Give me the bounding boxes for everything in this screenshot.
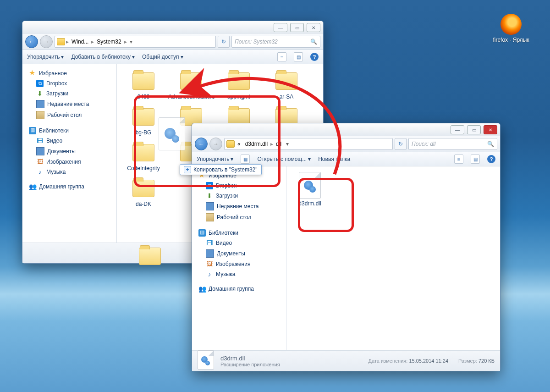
- minimize-button[interactable]: —: [451, 125, 464, 134]
- refresh-button[interactable]: ↻: [218, 36, 230, 48]
- navigation-pane: ★Избранное ⧉Dropbox ⬇Загрузки Недавние м…: [192, 166, 286, 350]
- help-icon[interactable]: ?: [310, 53, 319, 61]
- dll-file-icon: [198, 350, 214, 370]
- sidebar-homegroup[interactable]: 👥Домашняя группа: [22, 182, 116, 192]
- open-with-menu[interactable]: Открыть с помощ... ▾: [257, 156, 311, 162]
- openwith-icon: ▦: [241, 155, 250, 164]
- desktop: firefox - Ярлык — ▭ ✕ ← → ▸ Wind... ▸ Sy…: [0, 0, 550, 392]
- folder-icon: [177, 70, 205, 92]
- folder-label: AdvancedInstallers: [168, 94, 214, 100]
- folder-icon: [225, 70, 253, 92]
- folder-label: ar-SA: [280, 94, 294, 100]
- organize-menu[interactable]: Упорядочить ▾: [197, 156, 233, 162]
- folder-label: bg-BG: [136, 129, 152, 136]
- close-button[interactable]: ✕: [307, 23, 320, 32]
- folder-item[interactable]: ar-SA: [264, 68, 309, 102]
- folder-icon: [130, 177, 157, 199]
- sidebar-item-recent[interactable]: Недавние места: [22, 99, 116, 110]
- organize-menu[interactable]: Упорядочить ▾: [27, 54, 64, 60]
- folder-icon: [226, 140, 235, 148]
- folder-label: da-DK: [136, 201, 151, 207]
- explorer-window-dll: — ▭ ✕ ← → « d3drm.dll ▸ dll ▾ ↻ Поиск: d…: [192, 123, 500, 371]
- search-icon: 🔍: [310, 39, 317, 45]
- search-input[interactable]: Поиск: dll 🔍: [408, 138, 497, 150]
- add-to-library-menu[interactable]: Добавить в библиотеку ▾: [71, 54, 135, 60]
- chevron-down-icon[interactable]: ▾: [128, 39, 134, 45]
- sidebar-libraries[interactable]: ▥Библиотеки: [22, 124, 116, 136]
- file-list[interactable]: d3drm.dll: [286, 166, 500, 350]
- new-folder-button[interactable]: Новая папка: [318, 156, 350, 162]
- sidebar-item-music[interactable]: ♪Музыка: [22, 167, 116, 177]
- folder-item[interactable]: AdvancedInstallers: [168, 68, 214, 102]
- details-filename: d3drm.dll: [220, 355, 280, 362]
- sidebar-item-pictures[interactable]: 🖼Изображения: [192, 259, 286, 269]
- folder-icon: [273, 70, 300, 92]
- plus-icon: +: [184, 166, 191, 173]
- address-bar: ← → ▸ Wind... ▸ System32 ▸ ▾ ↻ Поиск: Sy…: [22, 34, 323, 50]
- breadcrumb[interactable]: « d3drm.dll ▸ dll ▾: [224, 138, 393, 150]
- sidebar-item-dropbox[interactable]: ⧉Dropbox: [22, 78, 116, 88]
- sidebar-item-music[interactable]: ♪Музыка: [192, 269, 286, 279]
- copy-tooltip-label: Копировать в "System32": [193, 166, 258, 173]
- drag-ghost-icon: [151, 117, 192, 163]
- folder-label: appmgmt: [227, 94, 250, 100]
- sidebar-libraries[interactable]: ▥Библиотеки: [192, 226, 286, 238]
- view-options-button[interactable]: ≡: [454, 155, 463, 164]
- file-d3drm-dll[interactable]: d3drm.dll: [290, 170, 330, 209]
- sidebar-item-video[interactable]: 🎞Видео: [192, 238, 286, 248]
- sidebar-item-documents[interactable]: Документы: [192, 248, 286, 259]
- details-filetype: Расширение приложения: [220, 362, 280, 367]
- titlebar[interactable]: — ▭ ✕: [22, 21, 323, 34]
- folder-label: 0409: [138, 94, 150, 100]
- sidebar-item-downloads[interactable]: ⬇Загрузки: [192, 191, 286, 201]
- nav-back-button[interactable]: ←: [25, 35, 38, 48]
- drag-copy-tooltip: + Копировать в "System32": [180, 164, 262, 175]
- sidebar-item-desktop[interactable]: Рабочий стол: [192, 212, 286, 223]
- search-input[interactable]: Поиск: System32 🔍: [231, 36, 320, 48]
- nav-forward-button[interactable]: →: [40, 35, 53, 48]
- sidebar-item-video[interactable]: 🎞Видео: [22, 136, 116, 146]
- maximize-button[interactable]: ▭: [467, 125, 481, 134]
- sidebar-item-recent[interactable]: Недавние места: [192, 201, 286, 212]
- nav-forward-button[interactable]: →: [209, 138, 222, 150]
- sidebar-item-dropbox[interactable]: ⧉Dropbox: [192, 181, 286, 191]
- close-button[interactable]: ✕: [484, 125, 497, 134]
- breadcrumb[interactable]: ▸ Wind... ▸ System32 ▸ ▾: [55, 36, 216, 48]
- nav-back-button[interactable]: ←: [195, 138, 208, 150]
- sidebar-item-desktop[interactable]: Рабочий стол: [22, 110, 116, 121]
- sidebar-homegroup[interactable]: 👥Домашняя группа: [192, 284, 286, 294]
- folder-icon: [57, 38, 65, 45]
- minimize-button[interactable]: —: [274, 23, 287, 32]
- view-options-button[interactable]: ≡: [277, 52, 286, 61]
- sidebar-favorites[interactable]: ★Избранное: [22, 67, 116, 78]
- share-menu[interactable]: Общий доступ ▾: [142, 54, 183, 60]
- toolbar: Упорядочить ▾ Добавить в библиотеку ▾ Об…: [22, 50, 323, 64]
- maximize-button[interactable]: ▭: [290, 23, 304, 32]
- dll-file-icon: [299, 172, 321, 199]
- preview-pane-button[interactable]: ▤: [294, 52, 303, 61]
- folder-item[interactable]: 0409: [121, 68, 166, 102]
- sidebar-item-downloads[interactable]: ⬇Загрузки: [22, 88, 116, 99]
- search-icon: 🔍: [487, 141, 494, 147]
- details-pane: d3drm.dll Расширение приложения Дата изм…: [192, 350, 500, 371]
- shortcut-label: firefox - Ярлык: [493, 37, 529, 43]
- chevron-down-icon[interactable]: ▾: [284, 141, 291, 147]
- titlebar[interactable]: — ▭ ✕: [192, 123, 500, 136]
- preview-pane-button[interactable]: ▤: [471, 155, 480, 164]
- folder-label: CodeIntegrity: [127, 165, 160, 171]
- file-label: d3drm.dll: [298, 200, 321, 207]
- folder-icon: [136, 245, 154, 259]
- folder-item[interactable]: appmgmt: [216, 68, 262, 102]
- desktop-shortcut-firefox[interactable]: firefox - Ярлык: [490, 14, 532, 43]
- details-meta: Дата изменения: 15.05.2014 11:24 Размер:…: [368, 358, 495, 364]
- folder-item[interactable]: da-DK: [121, 175, 166, 209]
- help-icon[interactable]: ?: [487, 155, 495, 163]
- sidebar-item-pictures[interactable]: 🖼Изображения: [22, 157, 116, 167]
- firefox-icon: [500, 14, 522, 35]
- sidebar-item-documents[interactable]: Документы: [22, 146, 116, 157]
- refresh-button[interactable]: ↻: [395, 138, 407, 150]
- folder-icon: [130, 70, 157, 92]
- address-bar: ← → « d3drm.dll ▸ dll ▾ ↻ Поиск: dll 🔍: [192, 136, 500, 152]
- navigation-pane: ★Избранное ⧉Dropbox ⬇Загрузки Недавние м…: [22, 64, 117, 243]
